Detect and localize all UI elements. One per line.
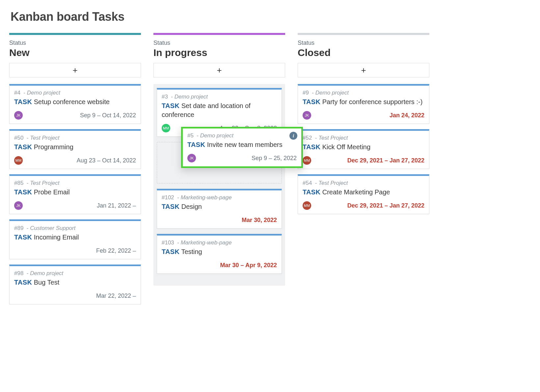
column-body[interactable]: #3 - Demo project TASK Set date and loca… [153,84,285,286]
task-id: #85 [14,180,23,186]
task-project: Demo project [315,90,349,96]
task-title: TASK Incoming Email [14,233,136,242]
add-card-button[interactable]: + [153,63,285,77]
task-id: #52 [303,135,312,141]
task-title: TASK Invite new team members [187,140,297,149]
avatar[interactable]: MM [303,201,311,210]
task-meta: #102 - Marketing-web-page [162,194,277,201]
task-id: #102 [162,194,174,201]
task-meta: #5 - Demo project [187,132,297,139]
task-meta: #4 - Demo project [14,90,136,96]
task-card[interactable]: #103 - Marketing-web-page TASK Testing M… [157,234,282,274]
task-dates: Mar 22, 2022 – [96,293,136,299]
task-project: Test Project [30,180,59,186]
plus-icon: + [217,65,222,75]
task-type: TASK [303,188,320,196]
task-title: TASK Create Marketing Page [303,188,424,197]
task-footer: JK Jan 24, 2022 [303,111,424,120]
task-id: #4 [14,90,20,96]
avatar[interactable]: JK [187,154,196,162]
task-dates: Sep 9 – Oct 14, 2022 [80,112,136,119]
task-footer: MM Dec 29, 2021 – Jan 27, 2022 [303,201,424,210]
task-meta: #54 - Test Project [303,180,424,186]
task-subject: Create Marketing Page [322,188,390,196]
column-body[interactable]: #9 - Demo project TASK Party for confere… [298,84,429,223]
task-subject: Kick Off Meeting [322,143,370,151]
add-card-button[interactable]: + [9,63,141,77]
avatar[interactable]: JK [303,111,311,120]
kanban-board: Kanban board Tasks Status New + #4 - Dem… [0,0,540,321]
task-footer: Mar 30 – Apr 9, 2022 [162,261,277,269]
task-title: TASK Kick Off Meeting [303,143,424,152]
task-card[interactable]: #98 - Demo project TASK Bug Test Mar 22,… [9,265,141,304]
task-meta: #50 - Test Project [14,135,136,141]
column-status-label: Status [153,40,285,46]
task-card[interactable]: #85 - Test Project TASK Probe Email JK J… [9,174,141,214]
task-footer: MM Aug 23 – Oct 14, 2022 [14,156,136,165]
task-title: TASK Party for conference supporters :-) [303,98,424,106]
task-meta: #103 - Marketing-web-page [162,239,277,246]
task-footer: Mar 22, 2022 – [14,292,136,300]
task-footer: MM Dec 29, 2021 – Jan 27, 2022 [303,156,424,165]
task-subject: Invite new team members [207,141,283,148]
column-header: Status Closed [298,40,429,58]
task-meta: #98 - Demo project [14,270,136,277]
task-project: Test Project [318,180,348,186]
task-subject: Incoming Email [34,234,79,241]
task-dates: Jan 21, 2022 – [97,202,136,209]
task-project: Customer Support [30,225,75,231]
task-card[interactable]: #4 - Demo project TASK Setup conference … [9,84,141,124]
task-subject: Bug Test [34,279,59,286]
task-card-dragging[interactable]: i #5 - Demo project TASK Invite new team… [181,127,303,168]
task-footer: Feb 22, 2022 – [14,246,136,255]
task-subject: Design [181,203,202,210]
avatar[interactable]: JK [14,201,23,210]
avatar[interactable]: MM [14,156,23,165]
avatar[interactable]: JK [14,111,23,120]
task-type: TASK [14,234,32,241]
task-subject: Testing [181,248,202,255]
task-card[interactable]: #102 - Marketing-web-page TASK Design Ma… [157,189,282,229]
task-subject: Setup conference website [34,98,110,105]
task-card[interactable]: #54 - Test Project TASK Create Marketing… [298,174,429,214]
task-project: Test Project [318,135,348,141]
task-subject: Probe Email [34,188,70,196]
task-meta: #52 - Test Project [303,135,424,141]
task-id: #5 [187,132,194,139]
task-title: TASK Probe Email [14,188,136,197]
column-stripe [153,33,285,35]
page-title: Kanban board Tasks [11,10,531,24]
task-card[interactable]: #9 - Demo project TASK Party for confere… [298,84,429,124]
task-card[interactable]: #89 - Customer Support TASK Incoming Ema… [9,219,141,259]
task-id: #50 [14,135,23,141]
avatar[interactable]: MM [162,124,170,132]
info-icon[interactable]: i [289,132,297,140]
add-card-button[interactable]: + [298,63,429,77]
column-name: Closed [298,47,429,58]
task-title: TASK Testing [162,247,277,256]
task-meta: #9 - Demo project [303,90,424,96]
task-dates: Aug 23 – Oct 14, 2022 [77,157,136,164]
avatar[interactable]: MM [303,156,311,165]
task-meta: #85 - Test Project [14,180,136,186]
task-type: TASK [303,143,320,151]
task-dates: Dec 29, 2021 – Jan 27, 2022 [347,157,424,164]
task-type: TASK [14,188,32,196]
task-card[interactable]: #50 - Test Project TASK Programming MM A… [9,129,141,169]
task-meta: #3 - Demo project [162,94,277,100]
task-title: TASK Set date and location of conference [162,101,277,119]
task-title: TASK Design [162,202,277,211]
task-project: Demo project [200,132,233,139]
column-stripe [9,33,141,35]
column-body[interactable]: #4 - Demo project TASK Setup conference … [9,84,141,313]
task-dates: Jan 24, 2022 [390,112,424,119]
task-type: TASK [187,141,205,148]
column-new: Status New + #4 - Demo project TASK Setu… [9,33,141,313]
task-card[interactable]: #52 - Test Project TASK Kick Off Meeting… [298,129,429,169]
task-subject: Programming [34,143,73,151]
task-project: Test Project [30,135,59,141]
task-dates: Dec 29, 2021 – Jan 27, 2022 [347,202,424,209]
column-header: Status In progress [153,40,285,58]
task-id: #89 [14,225,23,231]
column-name: In progress [153,47,285,58]
